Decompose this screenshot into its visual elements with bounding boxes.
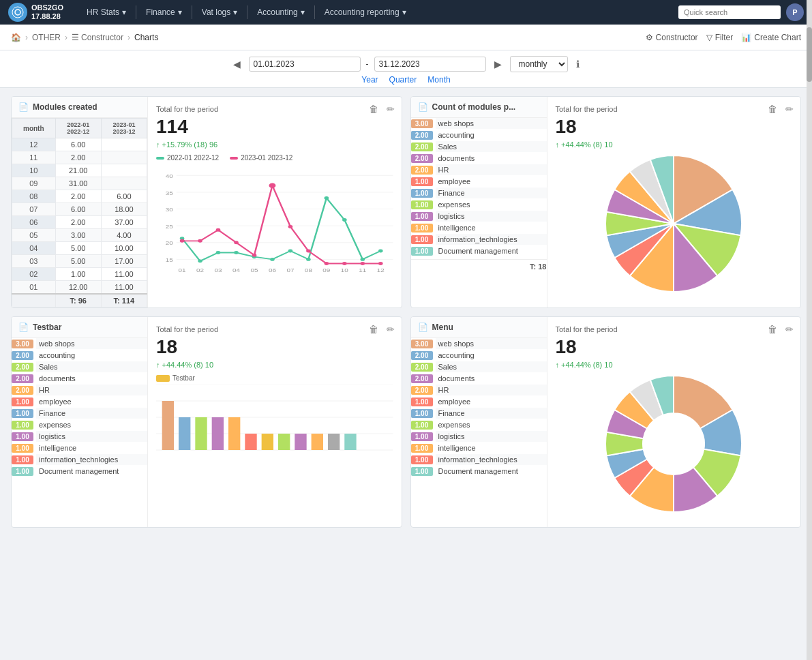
period-year[interactable]: Year <box>361 75 378 85</box>
breadcrumb-other[interactable]: OTHER <box>32 33 61 42</box>
user-avatar[interactable]: P <box>786 3 804 21</box>
svg-point-32 <box>288 250 293 253</box>
bar-label: HR <box>36 385 147 395</box>
bar-value: 2.00 <box>411 374 433 383</box>
period-quarter[interactable]: Quarter <box>389 75 417 85</box>
nav-separator <box>192 5 192 19</box>
delete-button[interactable]: 🗑 <box>367 322 380 336</box>
scrollbar[interactable] <box>807 0 812 536</box>
line-chart-svg: 40 35 30 25 20 15 01 02 03 04 05 06 07 0… <box>156 167 393 276</box>
bar-list-item: 1.00 logistics <box>12 431 147 442</box>
svg-point-37 <box>378 250 383 253</box>
period-select[interactable]: monthly yearly quarterly <box>510 56 568 72</box>
info-button[interactable]: ℹ <box>573 57 582 71</box>
bar-label: Sales <box>436 141 547 152</box>
nav-hr-stats[interactable]: HR Stats ▾ <box>80 5 133 20</box>
bar-label: web shops <box>436 338 547 349</box>
svg-text:25: 25 <box>166 224 173 229</box>
svg-point-48 <box>361 262 365 265</box>
breadcrumb-sep: › <box>65 33 67 42</box>
edit-button[interactable]: ✏ <box>385 322 396 336</box>
document-icon: 📄 <box>18 322 29 332</box>
bar-list-item: 1.00 information_technlogies <box>12 454 147 465</box>
count-modules-list-section: 📄 Count of modules p... 3.00 web shops 2… <box>411 97 547 308</box>
line-chart: 40 35 30 25 20 15 01 02 03 04 05 06 07 0… <box>156 167 393 276</box>
bar-list-item: 1.00 expenses <box>12 419 147 430</box>
svg-point-41 <box>234 241 239 244</box>
delete-button[interactable]: 🗑 <box>367 102 380 116</box>
date-forward-button[interactable]: ▶ <box>492 57 505 71</box>
bar-list-item: 1.00 intelligence <box>12 442 147 453</box>
testbar-chart-area: Testbar 3.0 2.5 2.0 1.5 1.0 <box>156 374 393 466</box>
constructor-action[interactable]: ⚙ Constructor <box>646 33 698 42</box>
home-icon[interactable]: 🏠 <box>11 33 21 42</box>
bar-label: documents <box>436 153 547 164</box>
donut-chart-svg <box>605 376 742 512</box>
svg-point-42 <box>252 254 257 257</box>
chart-icon: 📊 <box>741 33 751 42</box>
count-modules-actions: 🗑 ✏ <box>766 102 795 116</box>
bar-value: 1.00 <box>411 189 433 198</box>
val2-cell: 6.00 <box>101 190 147 203</box>
total-label-cell <box>12 294 56 308</box>
nav-finance[interactable]: Finance ▾ <box>139 5 189 20</box>
bar-list-item: 1.00 Finance <box>12 408 147 419</box>
bar-label: intelligence <box>436 442 547 453</box>
create-chart-action[interactable]: 📊 Create Chart <box>741 33 801 42</box>
document-icon: 📄 <box>418 102 428 112</box>
bar-value: 2.00 <box>12 363 33 372</box>
legend-color-2022 <box>156 157 164 160</box>
nav-accounting[interactable]: Accounting ▾ <box>250 5 311 20</box>
count-total-label: Total for the period <box>556 105 793 113</box>
bar-label: documents <box>436 373 547 384</box>
breadcrumb-constructor[interactable]: ☰ Constructor <box>72 33 123 42</box>
count-modules-chart-section: 🗑 ✏ Total for the period 18 ↑ +44.44% (8… <box>547 97 801 308</box>
date-back-button[interactable]: ◀ <box>230 57 243 71</box>
svg-text:15: 15 <box>166 257 173 262</box>
delete-button[interactable]: 🗑 <box>766 102 779 116</box>
svg-point-34 <box>325 196 329 200</box>
end-date-input[interactable] <box>374 57 486 72</box>
delete-button[interactable]: 🗑 <box>766 322 779 336</box>
month-cell: 06 <box>12 216 56 229</box>
bar-value: 3.00 <box>12 340 33 348</box>
filter-icon: ▽ <box>706 33 712 42</box>
svg-point-33 <box>306 258 311 261</box>
search-input[interactable] <box>678 5 781 19</box>
bar-label: documents <box>36 373 147 384</box>
chevron-down-icon: ▾ <box>301 7 305 17</box>
up-arrow-icon: ↑ <box>556 140 560 149</box>
month-cell: 05 <box>12 229 56 242</box>
testbar-legend-item: Testbar <box>156 374 195 382</box>
list-icon: ☰ <box>72 33 79 42</box>
bar-list-item: 1.00 information_technlogies <box>411 454 547 465</box>
svg-rect-66 <box>245 434 256 450</box>
edit-button[interactable]: ✏ <box>385 102 396 116</box>
breadcrumb-sep: › <box>127 33 130 42</box>
svg-text:07: 07 <box>286 267 294 273</box>
bar-list-item: 1.00 employee <box>12 396 147 407</box>
period-month[interactable]: Month <box>427 75 450 85</box>
menu-header: 📄 Menu <box>411 317 547 338</box>
val2-cell <box>101 177 147 190</box>
bar-list-item: 2.00 documents <box>411 373 547 384</box>
filter-action[interactable]: ▽ Filter <box>706 33 734 42</box>
bar-list-item: 1.00 Document management <box>12 466 147 477</box>
date-range-sep: - <box>366 59 369 69</box>
svg-point-39 <box>198 239 202 243</box>
bar-label: Finance <box>36 408 147 419</box>
start-date-input[interactable] <box>249 57 361 72</box>
edit-button[interactable]: ✏ <box>784 322 795 336</box>
month-cell: 12 <box>12 138 56 151</box>
total2-cell: T: 114 <box>101 294 147 308</box>
document-icon: 📄 <box>418 322 428 332</box>
nav-vat-logs[interactable]: Vat logs ▾ <box>195 5 244 20</box>
edit-button[interactable]: ✏ <box>784 102 795 116</box>
bar-label: information_technlogies <box>36 454 147 465</box>
bar-value: 1.00 <box>411 177 433 186</box>
testbar-total-change: ↑ +44.44% (8) 10 <box>156 361 393 369</box>
bar-label: Finance <box>436 408 547 419</box>
scrollbar-thumb[interactable] <box>807 27 812 82</box>
bar-list-item: 1.00 Document management <box>411 466 547 477</box>
nav-accounting-reporting[interactable]: Accounting reporting ▾ <box>318 5 413 20</box>
